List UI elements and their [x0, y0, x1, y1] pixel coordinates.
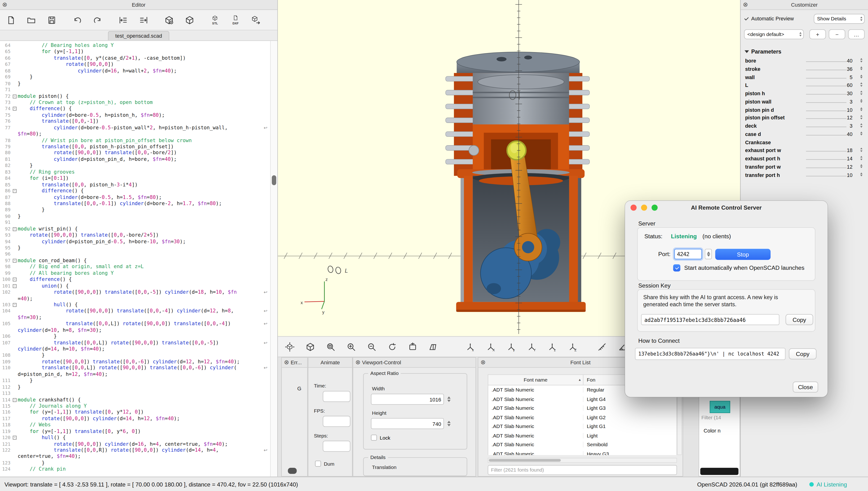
- port-input[interactable]: 4242: [674, 249, 702, 259]
- parameter-value[interactable]: 12: [847, 164, 852, 170]
- parameter-slider[interactable]: [806, 86, 846, 86]
- code-line[interactable]: 73 // Crown at top (z=piston_h), open bo…: [0, 99, 270, 106]
- code-line[interactable]: 95}: [0, 245, 270, 251]
- code-line[interactable]: 100- difference() {: [0, 277, 270, 283]
- font-list-row[interactable]: .ADT Slab NumericSemibold: [488, 440, 676, 449]
- code-line[interactable]: 89 }: [0, 207, 270, 213]
- code-line[interactable]: 87 cylinder(d=bore-0.5, h=1.5, $fn=80);: [0, 195, 270, 201]
- checkbox-icon[interactable]: [371, 435, 377, 441]
- parameter-value[interactable]: 14: [847, 156, 852, 161]
- parameter-value[interactable]: 40: [847, 58, 852, 63]
- perspective-icon[interactable]: [425, 339, 441, 355]
- code-line[interactable]: 109 rotate([90,0,0]) translate([0,0,-6])…: [0, 359, 270, 365]
- code-line[interactable]: 108 }: [0, 352, 270, 359]
- code-line[interactable]: 113: [0, 390, 270, 397]
- code-line[interactable]: 76 translate([0,0,-1]): [0, 118, 270, 125]
- code-line[interactable]: 111 }: [0, 378, 270, 384]
- parameter-row[interactable]: stroke36: [744, 66, 864, 74]
- parameter-slider[interactable]: [806, 78, 846, 78]
- code-line[interactable]: 123 }: [0, 460, 270, 466]
- code-line[interactable]: $fn=80);: [0, 131, 270, 138]
- code-line[interactable]: 122 translate([0,0,R]) rotate([90,0,0]) …: [0, 447, 270, 454]
- editor-scrollbar[interactable]: [270, 41, 277, 477]
- code-line[interactable]: =40);: [0, 296, 270, 302]
- code-line[interactable]: 124 // Crank pin: [0, 466, 270, 473]
- fps-input[interactable]: [323, 416, 350, 427]
- code-line[interactable]: 75 cylinder(d=bore-0.5, h=piston_h, $fn=…: [0, 112, 270, 118]
- parameter-slider[interactable]: [806, 127, 846, 127]
- unindent-button[interactable]: [115, 11, 131, 28]
- code-line[interactable]: 90}: [0, 213, 270, 220]
- code-line[interactable]: 117 rotate([90,0,0]) cylinder(d=14, h=12…: [0, 416, 270, 422]
- close-icon[interactable]: ⊗: [284, 359, 289, 366]
- code-line[interactable]: 121 rotate([90,0,0]) cylinder(d=16, h=4,…: [0, 441, 270, 447]
- indent-button[interactable]: [135, 11, 152, 28]
- color-filter-input[interactable]: Filter (14: [702, 415, 721, 420]
- code-line[interactable]: 116 for (y=[-1,1]) translate([0, y*12, 0…: [0, 409, 270, 416]
- code-line[interactable]: 91: [0, 220, 270, 226]
- connect-command-field[interactable]: 137ebe1c3d3c8bb726aa46"}\n' | nc localho…: [635, 348, 785, 360]
- width-stepper[interactable]: [445, 394, 453, 405]
- add-preset-button[interactable]: +: [809, 29, 826, 39]
- parameter-slider[interactable]: [806, 135, 846, 135]
- open-button[interactable]: [23, 11, 39, 28]
- code-line[interactable]: 101- union() {: [0, 283, 270, 289]
- code-line[interactable]: 70}: [0, 81, 270, 87]
- parameter-row[interactable]: deck3: [744, 123, 864, 131]
- code-line[interactable]: 93 rotate([90,0,0]) translate([0,0,-bore…: [0, 232, 270, 239]
- code-line[interactable]: 92-module wrist_pin() {: [0, 226, 270, 232]
- parameter-value[interactable]: 3: [850, 99, 852, 104]
- parameter-row[interactable]: L60: [744, 82, 864, 90]
- measure-length-icon[interactable]: [593, 339, 610, 355]
- width-input[interactable]: 1016: [371, 394, 444, 405]
- parameter-row[interactable]: Crankcase: [744, 139, 864, 147]
- font-filter-input[interactable]: Filter (2621 fonts found): [488, 465, 677, 475]
- parameter-value[interactable]: 10: [847, 172, 852, 178]
- code-line[interactable]: 77 cylinder(d=bore-0.5-piston_wall*2, h=…: [0, 125, 270, 131]
- zoom-in-icon[interactable]: [343, 339, 359, 355]
- parameter-value[interactable]: 36: [847, 66, 852, 72]
- close-icon[interactable]: ⊗: [355, 359, 361, 366]
- code-line[interactable]: 94 cylinder(d=piston_pin_d-0.5, h=bore-1…: [0, 238, 270, 245]
- font-list-row[interactable]: .ADT Slab NumericLight G2: [488, 413, 676, 422]
- parameter-row[interactable]: piston pin offset12: [744, 115, 864, 123]
- parameter-row[interactable]: wall5: [744, 74, 864, 82]
- code-line[interactable]: cylinder(d=10, h=8, $fn=30);: [0, 327, 270, 334]
- parameter-value[interactable]: 5: [850, 75, 852, 80]
- parameter-row[interactable]: transfer port h10: [744, 172, 864, 180]
- code-line[interactable]: 99 // All bearing bores along Y: [0, 270, 270, 277]
- dump-pictures-checkbox[interactable]: Dum: [315, 461, 334, 467]
- autostart-checkbox[interactable]: [673, 264, 680, 271]
- font-list-row[interactable]: .ADT Slab NumericHeavy G3: [488, 449, 676, 455]
- reset-view-icon[interactable]: [404, 339, 421, 355]
- code-line[interactable]: 98 // Big end at origin, small end at z=…: [0, 264, 270, 270]
- view-plus-y-icon[interactable]: y: [503, 339, 519, 355]
- close-icon[interactable]: ⊗: [480, 359, 486, 366]
- color-item-aqua[interactable]: aqua: [710, 401, 730, 413]
- tab-test-openscad-scad[interactable]: test_openscad.scad: [108, 31, 169, 40]
- code-line[interactable]: cylinder(d=14, h=10, $fn=40);: [0, 346, 270, 352]
- parameter-stepper[interactable]: [860, 99, 862, 103]
- height-stepper[interactable]: [445, 418, 453, 429]
- parameter-slider[interactable]: [806, 168, 846, 168]
- zoom-fit-icon[interactable]: [322, 339, 339, 355]
- parameter-stepper[interactable]: [860, 75, 862, 79]
- show-details-dropdown[interactable]: Show Details: [814, 14, 865, 24]
- font-list-row[interactable]: .ADT Slab NumericLight G3: [488, 404, 676, 413]
- code-line[interactable]: 119 for (y=[-1,1]) translate([0, y*6, 0]…: [0, 429, 270, 435]
- code-line[interactable]: 83 // Ring grooves: [0, 169, 270, 175]
- code-line[interactable]: 65 for (y=[-1,1]): [0, 49, 270, 55]
- scrollbar-thumb[interactable]: [489, 459, 561, 462]
- parameter-stepper[interactable]: [860, 164, 862, 168]
- view-minus-x-icon[interactable]: X: [482, 339, 499, 355]
- code-line[interactable]: 107 translate([0,0,L]) rotate([90,0,0]) …: [0, 340, 270, 346]
- code-line[interactable]: 68 cylinder(d=16, h=wall+2, $fn=40);: [0, 68, 270, 75]
- code-line[interactable]: 88 translate([0,0,-0.1]) cylinder(d=bore…: [0, 201, 270, 207]
- parameter-stepper[interactable]: [860, 156, 862, 160]
- parameter-row[interactable]: bore40: [744, 58, 864, 66]
- code-line[interactable]: 82 }: [0, 163, 270, 169]
- parameter-row[interactable]: exhaust port h14: [744, 155, 864, 164]
- code-line[interactable]: 97-module con_rod_beam() {: [0, 258, 270, 264]
- render-button[interactable]: [181, 11, 197, 28]
- font-list-row[interactable]: .ADT Slab NumericLight: [488, 431, 676, 440]
